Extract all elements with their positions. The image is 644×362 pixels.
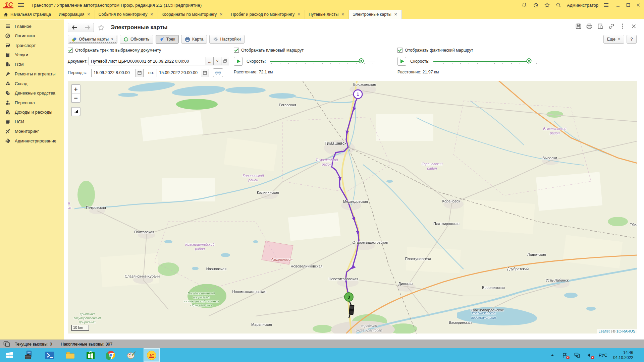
map-print-button[interactable]: Карта <box>181 35 207 44</box>
period-to-field[interactable]: 15.09.2022 20:00:00 <box>157 69 201 77</box>
show-track-checkbox[interactable] <box>68 48 73 53</box>
sidebar-item-nsi[interactable]: НСИ <box>0 117 64 127</box>
zoom-in-button[interactable]: + <box>72 85 80 94</box>
tray-expand-icon[interactable] <box>549 352 556 358</box>
tab-monitoring-events[interactable]: События по мониторингу✕ <box>95 10 158 19</box>
coins-icon: ₽ <box>5 90 10 96</box>
link-icon[interactable] <box>608 23 614 29</box>
show-desktop-button[interactable] <box>639 348 641 362</box>
close-page-icon[interactable] <box>631 23 637 29</box>
close-tab-icon[interactable]: ✕ <box>394 12 398 17</box>
period-from-calendar-button[interactable] <box>136 69 144 77</box>
more-button[interactable]: Еще▼ <box>603 35 624 44</box>
sidebar-item-fuel[interactable]: ГСМ <box>0 60 64 69</box>
map-label: Тимашевский район <box>316 158 338 167</box>
forward-button[interactable] <box>81 23 94 32</box>
taskbar-powershell[interactable] <box>39 348 60 362</box>
document-select-button[interactable]: ... <box>206 57 214 65</box>
sidebar-item-services[interactable]: Услуги <box>0 50 64 60</box>
track-button[interactable]: Трек <box>156 35 179 44</box>
settings-button[interactable]: Настройки <box>209 35 244 44</box>
taskbar-server-manager[interactable] <box>19 348 39 362</box>
close-window-button[interactable] <box>636 3 641 7</box>
document-clear-button[interactable]: × <box>214 57 221 65</box>
period-from-field[interactable]: 15.09.2022 8:00:00 <box>91 69 136 77</box>
tab-home[interactable]: Начальная страница <box>0 10 55 19</box>
fact-speed-slider[interactable] <box>433 58 538 65</box>
menu-icon <box>5 23 10 29</box>
history-icon[interactable] <box>533 2 539 8</box>
preview-icon[interactable] <box>597 23 603 29</box>
star-favorite-icon[interactable] <box>97 24 105 31</box>
sidebar-item-income-expense[interactable]: ₽ Доходы и расходы <box>0 108 64 117</box>
leaflet-link[interactable]: Leaflet <box>599 329 610 333</box>
tab-mileage-consumption[interactable]: Пробег и расход по мониторингу✕ <box>227 10 305 19</box>
tab-waybills[interactable]: Путевые листы✕ <box>305 10 349 19</box>
plan-play-button[interactable] <box>234 57 243 66</box>
show-fact-route-checkbox[interactable] <box>397 48 402 53</box>
refresh-button[interactable]: Обновить <box>120 35 153 44</box>
sidebar-item-transport[interactable]: Транспорт <box>0 41 64 50</box>
dropdown-caret-icon: ▼ <box>618 38 621 41</box>
slider-handle[interactable] <box>359 58 364 63</box>
measure-tool-button[interactable] <box>71 107 80 116</box>
close-tab-icon[interactable]: ✕ <box>219 12 223 17</box>
document-field[interactable]: Путевой лист ЦБРО0000001 от 16.09.2022 0… <box>89 57 206 65</box>
taskbar-paint[interactable] <box>121 348 142 362</box>
clock[interactable]: 14:46 04.10.2022 <box>613 350 633 360</box>
sidebar-item-money[interactable]: ₽ Денежные средства <box>0 88 64 98</box>
fact-play-button[interactable] <box>397 57 406 66</box>
tab-bar: Начальная страница Информация✕ События п… <box>0 10 644 19</box>
taskbar-store[interactable] <box>80 348 101 362</box>
kebab-menu-icon[interactable] <box>620 23 626 29</box>
notifications-bell-icon[interactable] <box>521 2 527 8</box>
period-to-calendar-button[interactable] <box>201 69 209 77</box>
help-button[interactable]: ? <box>627 35 637 44</box>
taskbar-explorer[interactable] <box>60 348 80 362</box>
taskbar-1c-active[interactable]: 1С <box>144 348 160 362</box>
document-open-button[interactable] <box>221 57 229 65</box>
close-tab-icon[interactable]: ✕ <box>150 12 154 17</box>
map-canvas[interactable]: 1 3 БрюховецкаяРоговскаяТимашевскКалинин… <box>68 81 637 334</box>
sidebar-item-monitoring[interactable]: Мониторинг <box>0 127 64 136</box>
tab-monitoring-coordinates[interactable]: Координаты по мониторингу✕ <box>158 10 227 19</box>
slider-handle[interactable] <box>527 58 532 63</box>
tray-volume-icon[interactable]: ✕ <box>586 352 593 358</box>
tray-flag-icon[interactable]: ✕ <box>561 352 568 358</box>
search-icon[interactable] <box>555 2 561 8</box>
calls-icon <box>3 341 10 347</box>
sidebar-item-administration[interactable]: Администрирование <box>0 136 64 146</box>
show-period-on-map-button[interactable] <box>213 68 223 77</box>
tab-information[interactable]: Информация✕ <box>55 10 95 19</box>
minimize-button[interactable] <box>616 3 621 7</box>
close-tab-icon[interactable]: ✕ <box>87 12 91 17</box>
tray-network-icon[interactable] <box>574 352 581 358</box>
user-name[interactable]: Администратор <box>567 3 598 8</box>
print-icon[interactable] <box>586 23 592 29</box>
zoom-out-button[interactable]: − <box>72 94 80 102</box>
map-label: городской округ Краснодар <box>356 324 382 333</box>
explorer-folder-icon <box>65 351 75 359</box>
sidebar-item-warehouse[interactable]: Склад <box>0 79 64 88</box>
save-icon[interactable] <box>575 23 581 29</box>
plan-speed-slider[interactable] <box>270 58 375 65</box>
maximize-button[interactable] <box>626 3 631 7</box>
start-button[interactable] <box>0 348 19 362</box>
back-button[interactable] <box>68 23 81 32</box>
map-objects-button[interactable]: Объекты карты▼ <box>68 35 117 44</box>
main-menu-button[interactable] <box>18 3 24 7</box>
tab-electronic-maps[interactable]: Электронные карты✕ <box>349 10 401 19</box>
close-tab-icon[interactable]: ✕ <box>341 12 345 17</box>
show-plan-route-checkbox[interactable] <box>234 48 239 53</box>
vendor-link[interactable]: 1C-RARUS <box>616 329 635 333</box>
language-indicator[interactable]: РУС <box>599 353 607 358</box>
favorites-star-icon[interactable] <box>544 2 550 8</box>
user-menu-button[interactable] <box>604 3 608 7</box>
taskbar-chrome[interactable] <box>101 348 121 362</box>
map-labels-layer: БрюховецкаяРоговскаяТимашевскКалининская… <box>68 81 637 334</box>
sidebar-item-main[interactable]: Главное <box>0 21 64 31</box>
sidebar-item-personnel[interactable]: Персонал <box>0 98 64 108</box>
close-tab-icon[interactable]: ✕ <box>297 12 301 17</box>
sidebar-item-logistics[interactable]: Логистика <box>0 31 64 41</box>
sidebar-item-repairs[interactable]: Ремонты и агрегаты <box>0 69 64 79</box>
